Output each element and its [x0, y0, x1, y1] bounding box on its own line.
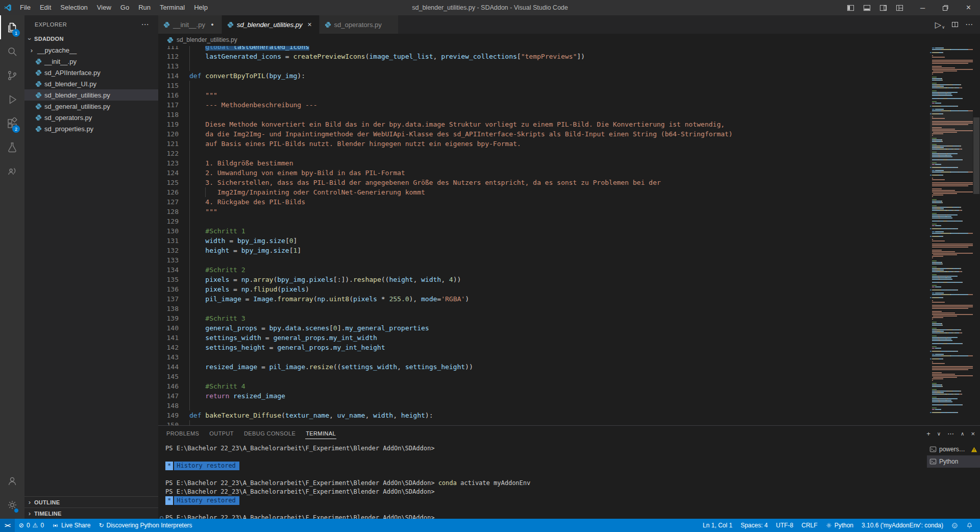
- activitybar-run-debug[interactable]: [0, 87, 24, 111]
- scrollbar-thumb[interactable]: [973, 117, 979, 194]
- encoding-setting[interactable]: UTF-8: [772, 519, 797, 532]
- close-tab-icon[interactable]: ×: [306, 20, 314, 29]
- code-line-148[interactable]: 148: [158, 401, 930, 410]
- indentation-setting[interactable]: Spaces: 4: [737, 519, 772, 532]
- panel-tab-terminal[interactable]: TERMINAL: [301, 426, 341, 441]
- code-line-146[interactable]: 146 #Schritt 4: [158, 381, 930, 391]
- eol-setting[interactable]: CRLF: [797, 519, 821, 532]
- panel-more-icon[interactable]: ⋯: [947, 430, 954, 438]
- language-mode[interactable]: Python: [822, 519, 857, 532]
- code-line-128[interactable]: 128 """: [158, 207, 930, 216]
- tree-item-sd_APIInterface.py[interactable]: sd_APIInterface.py: [24, 67, 158, 78]
- code-line-114[interactable]: 114def convertBpyToPIL(bpy_img):: [158, 71, 930, 81]
- code-line-144[interactable]: 144 resized_image = pil_image.resize((se…: [158, 362, 930, 372]
- code-line-123[interactable]: 123 1. Bildgröße bestimmen: [158, 158, 930, 168]
- split-editor-icon[interactable]: [951, 20, 959, 29]
- code-line-142[interactable]: 142 settings_height = general_props.my_i…: [158, 343, 930, 352]
- tree-item-sd_blender_UI.py[interactable]: sd_blender_UI.py: [24, 78, 158, 89]
- timeline-section[interactable]: › TIMELINE: [24, 507, 158, 519]
- editor-tab-__init__.py[interactable]: __init__.py●: [158, 15, 222, 34]
- code-line-127[interactable]: 127 4. Rückgabe des PIL-Bilds: [158, 197, 930, 207]
- code-line-112[interactable]: 112 lastGenerated_icons = createPreviewI…: [158, 52, 930, 61]
- panel-tab-output[interactable]: OUTPUT: [204, 426, 239, 441]
- minimize-button[interactable]: ─: [911, 0, 934, 15]
- terminal-output[interactable]: PS E:\Bachelor 22_23\A_Bachelorarbeit\F_…: [158, 441, 927, 519]
- code-line-111[interactable]: 111 global lastGenerated_icons: [158, 46, 930, 52]
- feedback-button[interactable]: [947, 519, 962, 532]
- terminal-instance-Python[interactable]: Python: [927, 455, 980, 468]
- panel-tab-debug-console[interactable]: DEBUG CONSOLE: [239, 426, 301, 441]
- menu-view[interactable]: View: [92, 0, 116, 15]
- code-line-129[interactable]: 129: [158, 216, 930, 226]
- activitybar-search[interactable]: [0, 39, 24, 63]
- activitybar-settings[interactable]: [0, 493, 24, 517]
- close-window-button[interactable]: ×: [957, 0, 980, 15]
- activitybar-extensions[interactable]: 2: [0, 111, 24, 135]
- tree-item-__init__.py[interactable]: __init__.py: [24, 56, 158, 67]
- code-line-149[interactable]: 149def bakeTexture_Diffuse(textur_name, …: [158, 410, 930, 420]
- problems-indicator[interactable]: ⊘ 0 ⚠ 0: [15, 519, 48, 532]
- activitybar-live-share[interactable]: [0, 159, 24, 183]
- activitybar-explorer[interactable]: 1: [0, 15, 24, 39]
- toggle-secondary-sidebar-icon[interactable]: [876, 1, 890, 14]
- tree-item-sd_operators.py[interactable]: sd_operators.py: [24, 112, 158, 123]
- customize-layout-icon[interactable]: [893, 1, 906, 14]
- terminal-profile-dropdown-icon[interactable]: ∨: [937, 431, 941, 437]
- explorer-more-icon[interactable]: ⋯: [141, 20, 149, 29]
- code-lines[interactable]: 111 global lastGenerated_icons112 lastGe…: [158, 46, 930, 425]
- code-line-117[interactable]: 117 --- Methodenbeschreibung ---: [158, 100, 930, 110]
- code-line-140[interactable]: 140 general_props = bpy.data.scenes[0].m…: [158, 323, 930, 333]
- menu-terminal[interactable]: Terminal: [155, 0, 189, 15]
- breadcrumb[interactable]: sd_blender_utilities.py: [158, 34, 980, 46]
- code-line-130[interactable]: 130 #Schritt 1: [158, 226, 930, 236]
- code-line-131[interactable]: 131 width = bpy_img.size[0]: [158, 236, 930, 246]
- code-line-136[interactable]: 136 pixels = np.flipud(pixels): [158, 284, 930, 294]
- menu-go[interactable]: Go: [116, 0, 134, 15]
- cursor-position[interactable]: Ln 1, Col 1: [699, 519, 737, 532]
- code-line-125[interactable]: 125 3. Sicherstellen, dass das PIL-Bild …: [158, 178, 930, 187]
- toggle-sidebar-icon[interactable]: [844, 1, 857, 14]
- activitybar-testing[interactable]: [0, 135, 24, 159]
- code-line-116[interactable]: 116 """: [158, 90, 930, 100]
- tree-item-sd_properties.py[interactable]: sd_properties.py: [24, 123, 158, 134]
- outline-section[interactable]: › OUTLINE: [24, 496, 158, 507]
- code-line-147[interactable]: 147 return resized_image: [158, 391, 930, 401]
- code-line-150[interactable]: 150: [158, 420, 930, 425]
- code-line-143[interactable]: 143: [158, 352, 930, 362]
- code-line-121[interactable]: 121 auf Basis eines PIL-Bilds nutzt. Ble…: [158, 139, 930, 149]
- close-panel-icon[interactable]: ×: [971, 430, 975, 438]
- editor-scrollbar[interactable]: [973, 46, 980, 425]
- tree-item-sd_blender_utilities.py[interactable]: sd_blender_utilities.py: [24, 89, 158, 101]
- notifications-button[interactable]: [962, 519, 977, 532]
- code-line-132[interactable]: 132 height = bpy_img.size[1]: [158, 246, 930, 255]
- code-line-124[interactable]: 124 2. Umwandlung von einem bpy-Bild in …: [158, 168, 930, 178]
- terminal-instance-powershell[interactable]: powershell: [927, 443, 980, 455]
- minimap-viewport[interactable]: [930, 111, 973, 173]
- code-line-122[interactable]: 122: [158, 149, 930, 158]
- menu-help[interactable]: Help: [189, 0, 212, 15]
- tree-item-__pycache__[interactable]: ›__pycache__: [24, 44, 158, 56]
- panel-tab-problems[interactable]: PROBLEMS: [161, 426, 204, 441]
- activitybar-account[interactable]: [0, 469, 24, 493]
- code-line-135[interactable]: 135 pixels = np.array(bpy_img.pixels[:])…: [158, 275, 930, 284]
- menu-run[interactable]: Run: [134, 0, 155, 15]
- code-line-118[interactable]: 118: [158, 110, 930, 119]
- code-line-138[interactable]: 138: [158, 304, 930, 313]
- code-line-141[interactable]: 141 settings_width = general_props.my_in…: [158, 333, 930, 343]
- toggle-panel-icon[interactable]: [860, 1, 873, 14]
- code-line-113[interactable]: 113: [158, 61, 930, 71]
- editor-tab-sd_blender_utilities.py[interactable]: sd_blender_utilities.py×: [222, 15, 320, 34]
- code-line-145[interactable]: 145: [158, 372, 930, 381]
- code-line-139[interactable]: 139 #Schritt 3: [158, 313, 930, 323]
- live-share-status[interactable]: Live Share: [48, 519, 94, 532]
- menu-edit[interactable]: Edit: [35, 0, 56, 15]
- code-line-133[interactable]: 133: [158, 255, 930, 265]
- activitybar-source-control[interactable]: [0, 63, 24, 87]
- python-discovery-status[interactable]: ↻ Discovering Python Interpreters: [94, 519, 196, 532]
- code-line-134[interactable]: 134 #Schritt 2: [158, 265, 930, 275]
- menu-file[interactable]: File: [15, 0, 35, 15]
- code-line-119[interactable]: 119 Diese Methode konvertiert ein Bild d…: [158, 119, 930, 129]
- project-section-header[interactable]: › SDADDON: [24, 33, 158, 44]
- code-line-126[interactable]: 126 Img2Img/Inpainting oder ControlNet-G…: [158, 187, 930, 197]
- menu-selection[interactable]: Selection: [56, 0, 92, 15]
